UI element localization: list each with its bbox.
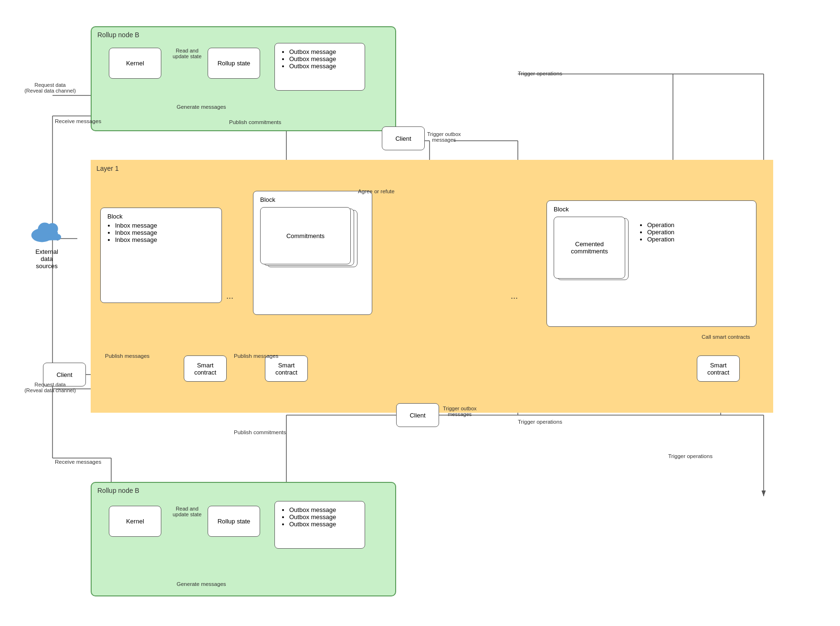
- receive-messages-top: Receive messages: [55, 118, 101, 124]
- block-cemented-title: Block: [554, 206, 749, 213]
- svg-point-48: [47, 223, 58, 234]
- publish-messages-mid: Publish messages: [234, 353, 278, 359]
- client-top[interactable]: Client: [382, 126, 425, 150]
- block-cemented-outer: Block Cemented commitments Operation Ope…: [546, 200, 756, 327]
- rollup-state-bottom: Rollup state: [208, 506, 260, 537]
- trigger-outbox-bot: Trigger outbox messages: [443, 406, 477, 417]
- block-commitments-outer: Block Commitments: [253, 191, 372, 315]
- cemented-label: Cemented commitments: [571, 240, 608, 255]
- trigger-operations-bot-right: Trigger operations: [668, 453, 713, 459]
- block-commitments-title: Block: [260, 196, 365, 203]
- svg-rect-49: [34, 234, 61, 240]
- smart-contract-left[interactable]: Smart contract: [184, 355, 227, 382]
- request-data-bot: Request data (Reveal data channel): [19, 382, 81, 393]
- request-data-top: Request data (Reveal data channel): [19, 82, 81, 94]
- publish-commitments-top: Publish commitments: [229, 119, 281, 125]
- ellipsis-left: ...: [226, 291, 233, 301]
- generate-messages-top: Generate messages: [177, 104, 226, 110]
- diagram: Rollup node B Kernel Read and update sta…: [0, 0, 840, 626]
- block-inbox: Block Inbox message Inbox message Inbox …: [100, 208, 222, 303]
- call-smart-contracts: Call smart contracts: [702, 334, 750, 340]
- kernel-top: Kernel: [109, 48, 161, 79]
- rollup-bottom-label: Rollup node B: [97, 487, 139, 494]
- rollup-state-top: Rollup state: [208, 48, 260, 79]
- layer1-label: Layer 1: [96, 165, 119, 172]
- outbox-top: Outbox message Outbox message Outbox mes…: [274, 43, 365, 91]
- client-bottom[interactable]: Client: [396, 403, 439, 427]
- commitments-label: Commitments: [286, 232, 325, 240]
- receive-messages-bot: Receive messages: [55, 459, 101, 465]
- trigger-operations-top: Trigger operations: [518, 71, 562, 76]
- trigger-operations-bot: Trigger operations: [518, 419, 562, 425]
- publish-messages-left: Publish messages: [105, 353, 149, 359]
- publish-commitments-bot: Publish commitments: [234, 429, 286, 435]
- outbox-bottom: Outbox message Outbox message Outbox mes…: [274, 501, 365, 549]
- smart-contract-mid[interactable]: Smart contract: [265, 355, 308, 382]
- block-inbox-title: Block: [107, 213, 215, 220]
- read-update-top-label: Read and update state: [168, 48, 206, 59]
- rollup-top-label: Rollup node B: [97, 31, 139, 39]
- kernel-bottom: Kernel: [109, 506, 161, 537]
- smart-contract-right[interactable]: Smart contract: [697, 355, 740, 382]
- agree-or-refute: Agree or refute: [358, 188, 395, 194]
- external-data-label: External data sources: [23, 248, 71, 270]
- trigger-outbox-top: Trigger outbox messages: [427, 131, 461, 143]
- generate-messages-bot: Generate messages: [177, 581, 226, 587]
- read-update-bot-label: Read and update state: [168, 506, 206, 517]
- cloud-icon: [29, 217, 67, 247]
- ellipsis-right: ...: [511, 291, 518, 301]
